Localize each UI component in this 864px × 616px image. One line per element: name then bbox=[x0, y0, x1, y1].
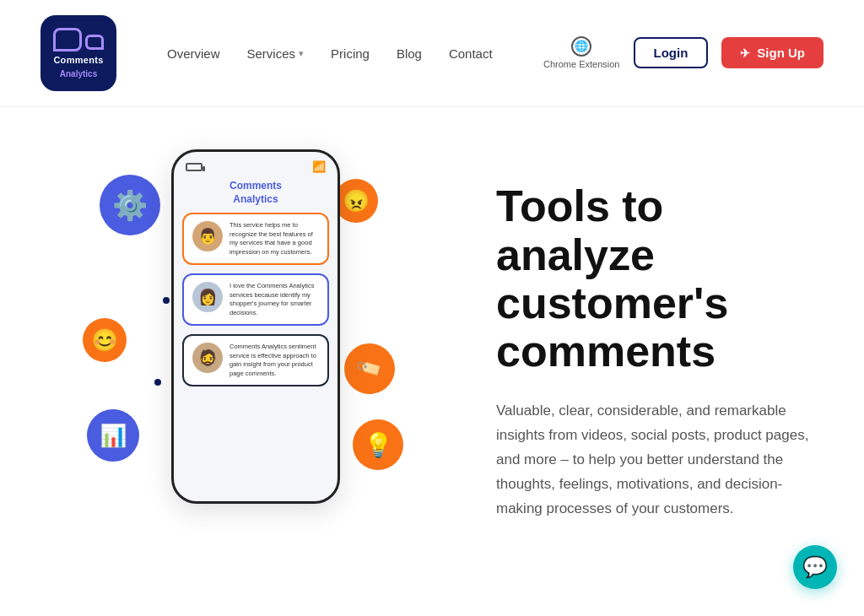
login-button[interactable]: Login bbox=[634, 37, 709, 68]
comment-card-1: 👨 This service helps me to recognize the… bbox=[182, 213, 329, 265]
bubble-big-icon bbox=[53, 28, 82, 51]
bubble-small-icon bbox=[85, 35, 104, 50]
phone-title: Comments Analytics bbox=[174, 176, 338, 213]
nav-overview[interactable]: Overview bbox=[167, 46, 220, 61]
nav-contact[interactable]: Contact bbox=[449, 46, 493, 61]
chrome-extension-button[interactable]: 🌐 Chrome Extension bbox=[543, 36, 620, 70]
comment-text-3: Comments Analytics sentiment service is … bbox=[230, 343, 319, 378]
chat-button[interactable]: 💬 bbox=[793, 545, 837, 589]
nav-blog[interactable]: Blog bbox=[397, 46, 422, 61]
hero-section: ⚙️ 😊 😠 🏷️ 💡 📊 📶 Comments Analytics bbox=[0, 107, 864, 605]
hero-subtext: Valuable, clear, considerable, and remar… bbox=[496, 399, 824, 521]
avatar-1: 👨 bbox=[192, 221, 223, 251]
hero-heading: Tools to analyze customer's comments bbox=[496, 182, 824, 376]
logo-icon bbox=[53, 28, 104, 51]
bulb-icon: 💡 bbox=[353, 419, 403, 470]
globe-icon: 🌐 bbox=[571, 36, 591, 57]
hero-illustration: ⚙️ 😊 😠 🏷️ 💡 📊 📶 Comments Analytics bbox=[40, 132, 446, 571]
chat-icon: 💬 bbox=[802, 555, 828, 579]
phone-top-bar: 📶 bbox=[174, 152, 338, 176]
comment-card-3: 🧔 Comments Analytics sentiment service i… bbox=[182, 334, 329, 386]
comment-text-1: This service helps me to recognize the b… bbox=[230, 221, 319, 257]
logo-sub: Analytics bbox=[60, 69, 97, 78]
logo[interactable]: Comments Analytics bbox=[40, 15, 116, 91]
dot-decoration bbox=[154, 379, 161, 386]
nav-right: 🌐 Chrome Extension Login ✈ Sign Up bbox=[543, 36, 824, 70]
phone-body: 👨 This service helps me to recognize the… bbox=[174, 213, 338, 501]
navbar: Comments Analytics Overview Services ▾ P… bbox=[0, 0, 864, 107]
comment-text-2: I love the Comments Analytics services b… bbox=[230, 282, 319, 317]
tag-icon: 🏷️ bbox=[335, 334, 404, 403]
dot-decoration bbox=[163, 297, 170, 304]
nav-links: Overview Services ▾ Pricing Blog Contact bbox=[167, 46, 543, 61]
nav-services[interactable]: Services ▾ bbox=[247, 46, 305, 61]
logo-name: Comments bbox=[53, 55, 103, 66]
nav-pricing[interactable]: Pricing bbox=[331, 46, 370, 61]
avatar-3: 🧔 bbox=[192, 343, 223, 373]
wifi-icon: 📶 bbox=[312, 160, 326, 173]
hero-text: Tools to analyze customer's comments Val… bbox=[479, 182, 824, 521]
comment-card-2: 👩 I love the Comments Analytics services… bbox=[182, 273, 329, 326]
smiley-icon: 😊 bbox=[83, 318, 127, 362]
avatar-2: 👩 bbox=[192, 282, 223, 312]
phone-mockup: 📶 Comments Analytics 👨 This service help… bbox=[171, 149, 340, 504]
signup-button[interactable]: ✈ Sign Up bbox=[721, 37, 824, 68]
gear-icon: ⚙️ bbox=[100, 175, 160, 235]
battery-icon bbox=[186, 163, 202, 171]
send-icon: ✈ bbox=[740, 46, 750, 60]
chart-icon: 📊 bbox=[87, 409, 139, 462]
angry-face-icon: 😠 bbox=[334, 179, 378, 223]
chrome-ext-label: Chrome Extension bbox=[543, 58, 620, 70]
chevron-down-icon: ▾ bbox=[299, 48, 304, 59]
